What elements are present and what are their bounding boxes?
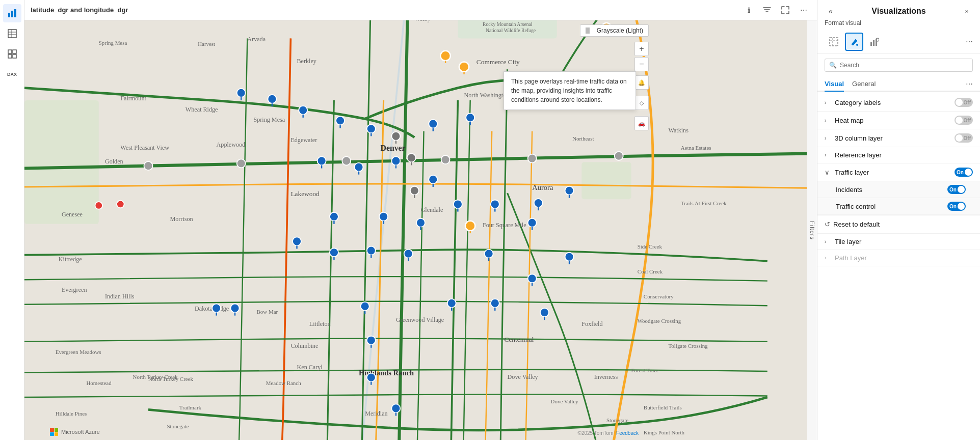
toggle-traffic-control[interactable]: On: [947, 202, 966, 211]
svg-text:Applewood: Applewood: [217, 141, 246, 148]
svg-point-19: [528, 154, 537, 163]
svg-text:Commerce City: Commerce City: [476, 58, 520, 66]
zoom-in-button[interactable]: +: [634, 42, 649, 56]
sidebar-icon-table[interactable]: [3, 24, 21, 43]
sidebar-icon-matrix[interactable]: [3, 45, 21, 63]
tab-general[interactable]: General: [852, 77, 876, 92]
toggle-3d-column-layer[interactable]: Off: [955, 133, 973, 143]
section-heat-map[interactable]: › Heat map Off: [817, 112, 980, 129]
svg-text:Tollgate Crossing: Tollgate Crossing: [668, 343, 708, 349]
svg-text:Ken Caryl: Ken Caryl: [297, 364, 323, 371]
format-tab-paint[interactable]: [845, 33, 863, 51]
svg-text:Watkins: Watkins: [668, 127, 688, 134]
svg-text:Greenwood Village: Greenwood Village: [396, 316, 444, 323]
info-button[interactable]: ℹ: [741, 3, 756, 17]
svg-text:Inverness: Inverness: [594, 373, 618, 380]
expand-button[interactable]: [778, 3, 792, 17]
sidebar-icon-bar-chart[interactable]: [3, 4, 21, 22]
svg-point-115: [416, 218, 425, 227]
feedback-link[interactable]: Feedback: [616, 430, 639, 436]
top-bar: latitude_dgr and longitude_dgr ℹ ⋯: [24, 0, 817, 20]
svg-point-117: [379, 212, 388, 221]
format-tab-more-button[interactable]: ⋯: [966, 38, 973, 46]
svg-point-169: [407, 153, 416, 162]
svg-text:Meridian: Meridian: [365, 410, 387, 417]
svg-point-111: [429, 175, 437, 184]
map-container: Westminster Arvada Berkley Sherrelwood W…: [24, 20, 817, 440]
svg-point-103: [355, 163, 363, 172]
sidebar-icon-dax[interactable]: DAX: [3, 65, 21, 84]
svg-point-20: [615, 152, 623, 160]
reset-icon: ↺: [825, 221, 830, 228]
filters-label: Filters: [809, 221, 815, 240]
toggle-heat-map[interactable]: Off: [955, 116, 973, 125]
svg-point-23: [95, 202, 102, 209]
svg-point-155: [391, 404, 400, 413]
format-tab-chart[interactable]: [865, 33, 884, 51]
zoom-out-button[interactable]: −: [634, 57, 649, 71]
svg-text:Butterfield Trails: Butterfield Trails: [644, 404, 682, 410]
svg-text:Conservatory: Conservatory: [644, 293, 674, 299]
svg-point-16: [237, 159, 246, 168]
more-button[interactable]: ⋯: [797, 3, 811, 17]
map-tooltip: This page overlays real-time traffic dat…: [504, 71, 636, 110]
toggle-category-labels[interactable]: Off: [955, 98, 973, 107]
tooltip-text: This page overlays real-time traffic dat…: [511, 78, 627, 103]
svg-text:Kings Point North: Kings Point North: [644, 429, 685, 435]
label-category-labels: Category labels: [835, 99, 955, 106]
section-reference-layer[interactable]: › Reference layer: [817, 147, 980, 163]
svg-point-121: [293, 237, 301, 245]
svg-text:Aurora: Aurora: [532, 183, 553, 191]
speaker-button[interactable]: 🔔: [634, 75, 649, 90]
svg-point-119: [330, 212, 338, 221]
svg-rect-10: [13, 54, 16, 58]
svg-point-139: [528, 274, 537, 283]
svg-rect-9: [8, 54, 12, 58]
svg-text:Denver: Denver: [381, 144, 406, 153]
svg-point-93: [268, 95, 276, 103]
svg-point-135: [534, 199, 543, 207]
panel-collapse-button[interactable]: «: [825, 5, 837, 17]
vis-tab-more-button[interactable]: ⋯: [966, 80, 973, 88]
section-path-layer[interactable]: › Path Layer: [817, 250, 980, 266]
toggle-traffic-layer[interactable]: On: [955, 168, 973, 177]
label-traffic-layer: Traffic layer: [835, 169, 955, 176]
panel-expand-button[interactable]: »: [961, 5, 973, 17]
reset-to-default-row[interactable]: ↺ Reset to default: [817, 215, 980, 234]
chevron-heat-map: ›: [825, 118, 831, 123]
svg-point-24: [117, 201, 124, 208]
svg-point-97: [336, 116, 345, 125]
svg-text:Evergreen Meadows: Evergreen Meadows: [56, 349, 101, 355]
section-tile-layer[interactable]: › Tile layer: [817, 234, 980, 250]
format-tab-grid[interactable]: [825, 33, 843, 51]
format-tabs: ⋯: [817, 31, 980, 53]
toggle-incidents[interactable]: On: [947, 185, 966, 194]
location-button[interactable]: ◇: [634, 96, 649, 110]
svg-rect-0: [8, 13, 10, 17]
tab-visual[interactable]: Visual: [825, 77, 844, 92]
svg-text:Coal Creek: Coal Creek: [638, 268, 663, 274]
svg-point-163: [459, 62, 469, 72]
chevron-traffic-layer: ∨: [825, 169, 831, 176]
filter-button[interactable]: [760, 3, 774, 17]
label-3d-column-layer: 3D column layer: [835, 134, 955, 142]
car-button[interactable]: 🚗: [634, 116, 649, 130]
svg-rect-1: [11, 11, 13, 17]
section-3d-column-layer[interactable]: › 3D column layer Off: [817, 129, 980, 147]
svg-text:Genesee: Genesee: [62, 211, 83, 218]
filters-tab[interactable]: Filters: [807, 20, 817, 440]
svg-text:Columbine: Columbine: [290, 342, 318, 349]
svg-point-171: [410, 186, 419, 195]
svg-text:Homestead: Homestead: [86, 380, 112, 386]
grayscale-button[interactable]: Grayscale (Light): [580, 24, 649, 37]
svg-point-91: [237, 89, 246, 97]
section-category-labels[interactable]: › Category labels Off: [817, 94, 980, 112]
svg-text:Centennial: Centennial: [505, 336, 534, 343]
search-input[interactable]: [840, 62, 968, 69]
svg-point-113: [454, 200, 462, 208]
svg-text:Indian Hills: Indian Hills: [105, 293, 135, 300]
section-traffic-layer[interactable]: ∨ Traffic layer On: [817, 163, 980, 181]
svg-text:Hilldale Pines: Hilldale Pines: [56, 410, 87, 417]
watermark-label: Microsoft Azure: [61, 429, 100, 435]
svg-text:Stonegate: Stonegate: [606, 417, 628, 423]
